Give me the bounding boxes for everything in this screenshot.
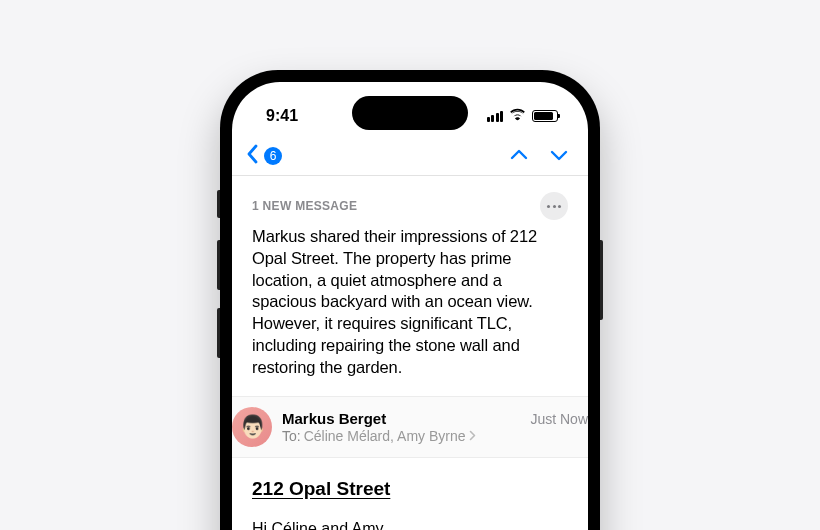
avatar: 👨🏻 bbox=[232, 407, 272, 447]
phone-side-buttons bbox=[217, 190, 220, 376]
cellular-signal-icon bbox=[487, 111, 504, 122]
more-button[interactable] bbox=[540, 192, 568, 220]
status-time: 9:41 bbox=[266, 107, 298, 125]
phone-frame: 9:41 6 bbox=[220, 70, 600, 530]
ellipsis-icon bbox=[547, 205, 561, 208]
sender-name: Markus Berget bbox=[282, 410, 386, 427]
chevron-right-icon bbox=[469, 428, 476, 444]
message-summary: 1 NEW MESSAGE Markus shared their impres… bbox=[232, 176, 588, 378]
summary-text: Markus shared their impressions of 212 O… bbox=[252, 226, 568, 378]
summary-label: 1 NEW MESSAGE bbox=[252, 199, 357, 213]
recipients: Céline Mélard, Amy Byrne bbox=[304, 428, 466, 444]
sender-row[interactable]: 👨🏻 Markus Berget Just Now To: Céline Mél… bbox=[232, 396, 588, 458]
to-label: To: bbox=[282, 428, 301, 444]
dynamic-island bbox=[352, 96, 468, 130]
unread-badge: 6 bbox=[264, 147, 282, 165]
wifi-icon bbox=[509, 107, 526, 125]
battery-icon bbox=[532, 110, 558, 122]
back-button[interactable]: 6 bbox=[246, 144, 282, 168]
email-subject: 212 Opal Street bbox=[252, 478, 568, 500]
previous-message-button[interactable] bbox=[510, 147, 528, 165]
recipients-line[interactable]: To: Céline Mélard, Amy Byrne bbox=[282, 428, 588, 444]
chevron-left-icon bbox=[246, 144, 258, 168]
email-greeting: Hi Céline and Amy, bbox=[252, 518, 568, 530]
next-message-button[interactable] bbox=[550, 147, 568, 165]
screen: 9:41 6 bbox=[232, 82, 588, 530]
nav-bar: 6 bbox=[232, 136, 588, 176]
status-right bbox=[487, 107, 559, 125]
timestamp: Just Now bbox=[530, 411, 588, 427]
email-body: 212 Opal Street Hi Céline and Amy, I've … bbox=[232, 458, 588, 530]
